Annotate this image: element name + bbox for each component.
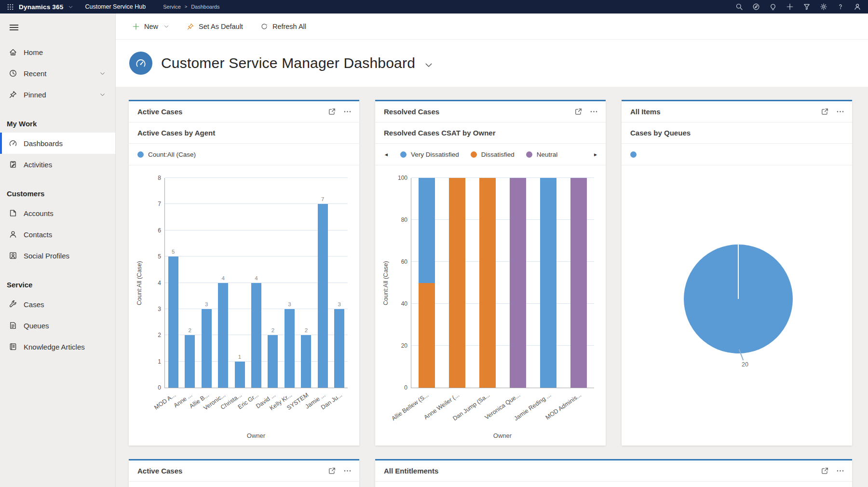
popout-icon[interactable] [821,467,829,475]
set-as-default-button[interactable]: Set As Default [180,19,250,34]
x-tick-label: Anne ... [181,390,198,432]
hamburger-menu-icon[interactable] [9,22,19,33]
bar-slot [411,178,442,388]
sidebar-item-social-profiles[interactable]: Social Profiles [0,245,115,266]
bar[interactable]: 3 [202,178,212,388]
bar[interactable] [449,178,465,388]
ellipsis-icon[interactable] [590,108,598,116]
bar-segment[interactable] [168,257,178,388]
bar[interactable] [510,178,526,388]
popout-icon[interactable] [574,108,583,116]
settings-icon[interactable] [820,3,827,11]
bar-slot [442,178,472,388]
breadcrumb-dashboards[interactable]: Dashboards [191,4,219,10]
y-tick-label: 20 [401,342,407,349]
search-icon[interactable] [735,3,743,11]
chevron-down-icon[interactable] [99,70,106,77]
help-icon[interactable] [837,3,844,11]
bar[interactable]: 1 [235,178,245,388]
breadcrumb-service[interactable]: Service [163,4,181,10]
filter-icon[interactable] [803,3,811,11]
new-button[interactable]: New [125,19,176,34]
hub-name[interactable]: Customer Service Hub [85,3,146,10]
bar-segment[interactable] [540,178,556,388]
chevron-down-icon[interactable] [68,4,73,10]
bar[interactable] [479,178,496,388]
bar[interactable] [419,178,435,388]
chart-title: Resolved Cases CSAT by Owner [375,122,606,144]
ellipsis-icon[interactable] [836,467,844,475]
bar-segment[interactable] [301,335,311,388]
ellipsis-icon[interactable] [836,108,844,116]
bar-segment[interactable] [318,204,328,388]
bar[interactable]: 5 [168,178,178,388]
bars-area: 52341423273 [165,178,348,388]
bar-segment[interactable] [268,335,278,388]
refresh-all-button[interactable]: Refresh All [254,19,313,34]
bar[interactable]: 4 [251,178,261,388]
site-map-sidebar: HomeRecentPinnedMy WorkDashboardsActivit… [0,14,116,487]
sidebar-item-accounts[interactable]: Accounts [0,203,115,224]
bar-segment[interactable] [251,283,261,388]
dashboard-selector-chevron-icon[interactable] [424,60,434,70]
bar-segment[interactable] [419,178,435,283]
legend-label: Count:All (Case) [148,151,196,158]
bar-segment[interactable] [334,309,344,388]
popout-icon[interactable] [328,108,336,116]
sidebar-item-pinned[interactable]: Pinned [0,84,115,105]
bar-slot: 3 [198,178,215,388]
pin-icon [187,23,194,30]
bar[interactable]: 2 [185,178,195,388]
bar[interactable]: 4 [218,178,228,388]
sidebar-item-dashboards[interactable]: Dashboards [0,133,115,154]
bar-segment[interactable] [449,178,465,388]
bar[interactable]: 7 [318,178,328,388]
sidebar-item-cases[interactable]: Cases [0,294,115,315]
guided-tour-icon[interactable] [752,3,760,11]
sidebar-item-label: Contacts [24,230,115,239]
sidebar-section-header: Service [0,266,115,294]
bar-slot: 4 [215,178,231,388]
bar[interactable] [540,178,556,388]
bar[interactable]: 2 [268,178,278,388]
app-name[interactable]: Dynamics 365 [19,3,63,11]
bar-value-label: 5 [172,249,175,255]
bar-segment[interactable] [570,178,587,388]
bar-segment[interactable] [235,362,245,388]
chevron-down-icon[interactable] [99,92,106,98]
bar[interactable]: 2 [301,178,311,388]
bar[interactable]: 3 [334,178,344,388]
popout-icon[interactable] [328,467,336,475]
legend-prev-icon[interactable]: ◄ [384,152,389,157]
sidebar-item-knowledge-articles[interactable]: Knowledge Articles [0,336,115,357]
bar-segment[interactable] [419,283,435,388]
sidebar-item-queues[interactable]: Queues [0,315,115,336]
bar-segment[interactable] [185,335,195,388]
popout-icon[interactable] [821,108,829,116]
pie-slice[interactable] [684,244,793,353]
sidebar-item-home[interactable]: Home [0,41,115,63]
bar[interactable]: 3 [285,178,295,388]
sidebar-item-recent[interactable]: Recent [0,63,115,84]
bar-segment[interactable] [285,309,295,388]
x-axis-title: Owner [164,432,348,442]
account-icon[interactable] [854,3,861,11]
sidebar-item-activities[interactable]: Activities [0,154,115,175]
bar-segment[interactable] [202,309,212,388]
breadcrumb: Service > Dashboards [163,4,219,10]
app-launcher-waffle-icon[interactable] [7,3,14,11]
legend-next-icon[interactable]: ► [593,152,598,157]
bar[interactable] [570,178,587,388]
lightbulb-icon[interactable] [769,3,777,11]
bar-segment[interactable] [479,178,496,388]
card-actions [328,467,352,475]
bar-segment[interactable] [218,283,228,388]
add-icon[interactable] [786,3,794,11]
ellipsis-icon[interactable] [343,467,352,475]
y-tick-label: 8 [158,175,161,181]
ellipsis-icon[interactable] [343,108,352,116]
sidebar-item-contacts[interactable]: Contacts [0,224,115,245]
resolved-cases-legend: ◄Very DissatisfiedDissatisfiedNeutral► [375,144,606,165]
bar-segment[interactable] [510,178,526,388]
x-axis-labels: Allie Bellew (S...Anne Weiler (...Dan Ju… [411,390,594,432]
